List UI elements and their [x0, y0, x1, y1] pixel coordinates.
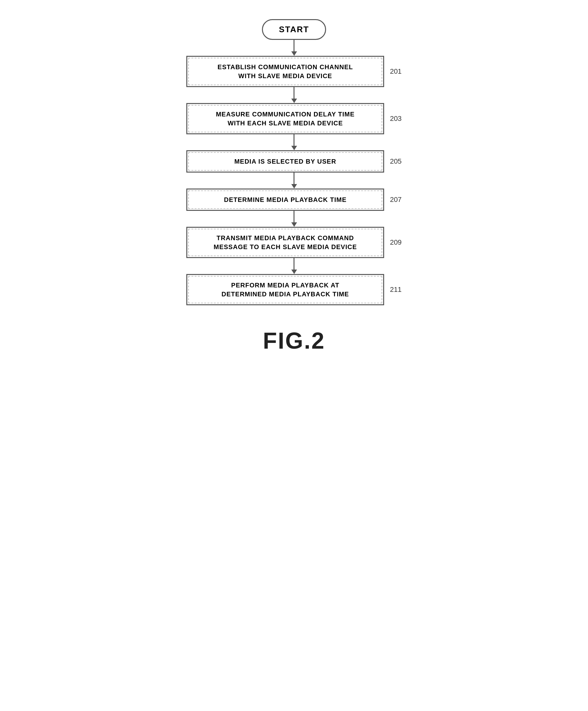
flow-box-203: MEASURE COMMUNICATION DELAY TIMEWITH EAC…	[186, 103, 384, 134]
arrow-4	[291, 173, 297, 189]
flow-box-205: MEDIA IS SELECTED BY USER	[186, 150, 384, 173]
flow-row-211: PERFORM MEDIA PLAYBACK ATDETERMINED MEDI…	[151, 274, 438, 305]
step-209-label: 209	[390, 238, 402, 246]
step-211-label: 211	[390, 285, 402, 294]
step-207-text: DETERMINE MEDIA PLAYBACK TIME	[224, 196, 346, 203]
start-label: START	[279, 25, 309, 34]
step-205-label: 205	[390, 157, 402, 166]
flow-box-209: TRANSMIT MEDIA PLAYBACK COMMANDMESSAGE T…	[186, 227, 384, 258]
arrow-3	[291, 134, 297, 150]
step-201-label: 201	[390, 67, 402, 76]
arrow-6	[291, 258, 297, 274]
flow-row-209: TRANSMIT MEDIA PLAYBACK COMMANDMESSAGE T…	[151, 227, 438, 258]
flow-row-205: MEDIA IS SELECTED BY USER 205	[151, 150, 438, 173]
step-205-text: MEDIA IS SELECTED BY USER	[234, 158, 336, 165]
step-203-label: 203	[390, 114, 402, 123]
step-201-text: ESTABLISH COMMUNICATION CHANNELWITH SLAV…	[217, 63, 353, 80]
flow-box-211: PERFORM MEDIA PLAYBACK ATDETERMINED MEDI…	[186, 274, 384, 305]
start-oval: START	[262, 19, 326, 40]
diagram-container: START ESTABLISH COMMUNICATION CHANNELWIT…	[151, 19, 438, 354]
flow-box-201: ESTABLISH COMMUNICATION CHANNELWITH SLAV…	[186, 56, 384, 87]
step-207-label: 207	[390, 196, 402, 204]
arrow-2	[291, 87, 297, 103]
arrow-1	[291, 40, 297, 56]
flow-row-207: DETERMINE MEDIA PLAYBACK TIME 207	[151, 189, 438, 211]
figure-caption: FIG.2	[263, 328, 325, 354]
flow-row-201: ESTABLISH COMMUNICATION CHANNELWITH SLAV…	[151, 56, 438, 87]
arrow-5	[291, 211, 297, 227]
flow-row-203: MEASURE COMMUNICATION DELAY TIMEWITH EAC…	[151, 103, 438, 134]
flow-box-207: DETERMINE MEDIA PLAYBACK TIME	[186, 189, 384, 211]
step-203-text: MEASURE COMMUNICATION DELAY TIMEWITH EAC…	[216, 111, 355, 127]
step-211-text: PERFORM MEDIA PLAYBACK ATDETERMINED MEDI…	[222, 282, 349, 298]
step-209-text: TRANSMIT MEDIA PLAYBACK COMMANDMESSAGE T…	[214, 234, 357, 251]
